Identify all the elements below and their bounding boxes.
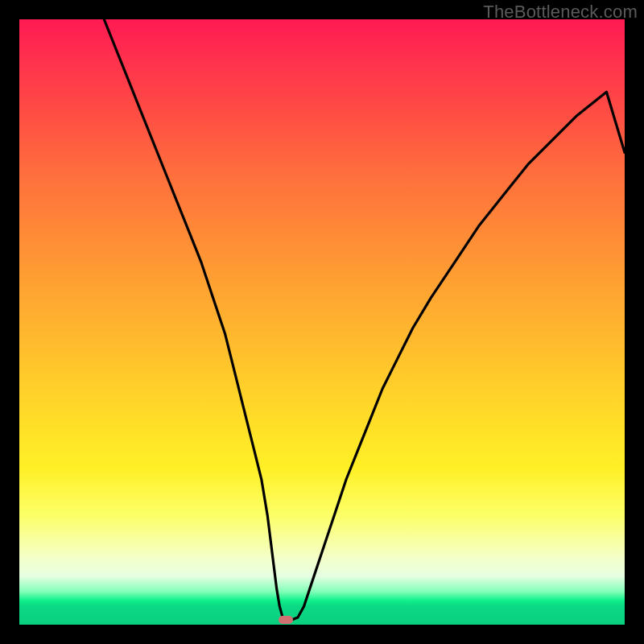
- bottleneck-curve: [19, 19, 625, 625]
- chart-frame: TheBottleneck.com: [0, 0, 644, 644]
- minimum-marker: [279, 616, 293, 624]
- chart-plot-area: [19, 19, 625, 625]
